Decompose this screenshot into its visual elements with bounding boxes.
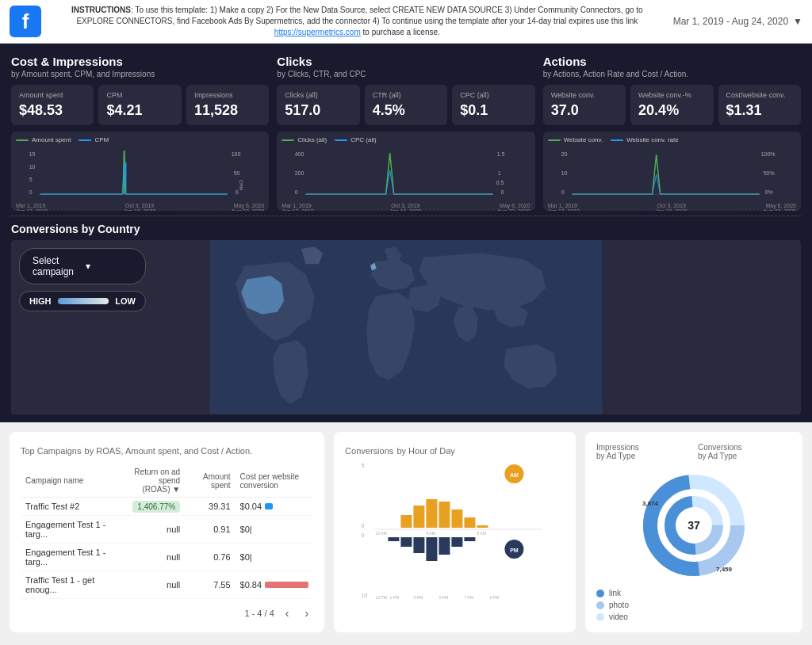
svg-text:100: 100 (232, 151, 241, 157)
actions-cards: Website conv. 37.0 Website conv.-% 20.4%… (543, 85, 801, 125)
adtype-legend: link photo video (596, 589, 791, 621)
impressions-adtype-title: Impressions by Ad Type (596, 443, 690, 460)
actions-chart: Website conv. Website conv. rate 20 10 0… (543, 132, 801, 211)
svg-text:7 PM: 7 PM (465, 595, 474, 600)
svg-rect-58 (465, 537, 476, 541)
legend-photo: photo (596, 601, 791, 609)
donut-chart-container: 37 3,874 7,459 (596, 467, 791, 584)
cost-impressions-chart: Amount spent CPM 15 10 5 0 100 50 0 (11, 132, 269, 211)
clicks-all-card: Clicks (all) 517.0 (277, 85, 359, 125)
cost-bar: $0.84 (240, 580, 309, 590)
amount-spent-cell: 0.91 (185, 516, 235, 544)
legend-amount-spent: Amount spent (16, 136, 71, 143)
actions-svg: 20 10 0 100% 50% 0% (548, 147, 796, 198)
heatmap-bar: HIGH LOW (19, 291, 146, 311)
svg-rect-53 (401, 537, 412, 547)
top-banner: f INSTRUCTIONS: To use this template: 1)… (0, 0, 812, 44)
svg-text:0: 0 (295, 189, 298, 195)
link-color-dot (596, 590, 604, 597)
cost-impressions-legend: Amount spent CPM (16, 136, 264, 143)
cpm-card: CPM $4.21 (98, 85, 181, 125)
amount-spent-card: Amount spent $48.53 (11, 85, 94, 125)
cost-impressions-title: Cost & Impressions (11, 55, 269, 68)
facebook-logo: f (10, 6, 41, 37)
instructions-text: INSTRUCTIONS: To use this template: 1) M… (41, 5, 673, 38)
adtype-panel: Impressions by Ad Type Conversions by Ad… (585, 432, 802, 632)
photo-color-dot (596, 601, 604, 609)
legend-cpc: CPC (all) (335, 136, 376, 143)
clicks-title: Clicks (277, 55, 534, 68)
metrics-section: Cost & Impressions by Amount spent, CPM,… (0, 44, 812, 216)
svg-rect-38 (427, 499, 438, 528)
table-row: Engagement Test 1 - targ... null 0.91 $0… (21, 516, 313, 544)
svg-rect-37 (414, 506, 425, 528)
svg-text:PM: PM (510, 548, 519, 553)
cost-impressions-cards: Amount spent $48.53 CPM $4.21 Impression… (11, 85, 269, 125)
heatmap-low-label: LOW (115, 296, 136, 306)
svg-rect-54 (414, 537, 425, 553)
svg-text:5: 5 (362, 463, 365, 468)
clicks-legend: Clicks (all) CPC (all) (282, 136, 530, 143)
svg-text:20: 20 (561, 151, 567, 157)
svg-text:12 AM: 12 AM (376, 531, 387, 536)
website-conv-pct-value: 20.4% (638, 102, 705, 119)
roas-badge: 1,406.77% (132, 501, 180, 513)
col-amount-spent: Amount spent (185, 464, 235, 498)
impressions-value: 11,528 (194, 102, 261, 119)
cost-chart-labels: Mar 1, 2019Oct 3, 2019May 6, 2020 (16, 203, 264, 208)
cost-website-conv-label: Cost/website conv. (726, 91, 793, 99)
cost-bar: $0.04 (240, 502, 309, 511)
next-page-button[interactable]: › (300, 605, 313, 621)
heatmap-high-label: HIGH (29, 296, 52, 306)
campaign-name-cell: Traffic Test #2 (21, 498, 114, 516)
svg-text:10: 10 (362, 593, 368, 598)
cost-cell: $0.04 (236, 498, 314, 516)
svg-rect-36 (401, 515, 412, 528)
cost-website-conv-value: $1.31 (726, 102, 793, 119)
campaign-select-label: Select campaign (33, 255, 79, 277)
legend-clicks: Clicks (all) (282, 136, 327, 143)
pagination-info: 1 - 4 / 4 (244, 609, 274, 618)
conversions-adtype-title: Conversions by Ad Type (698, 443, 791, 460)
svg-text:15: 15 (29, 151, 36, 157)
amount-spent-cell: 0.76 (185, 544, 235, 571)
conversions-by-hour-panel: Conversions by Hour of Day 5 0 0 10 AM (334, 432, 576, 632)
prev-page-button[interactable]: ‹ (281, 605, 294, 621)
actions-legend: Website conv. Website conv. rate (548, 136, 796, 143)
top-campaigns-panel: Top Campaigns by ROAS, Amount spent, and… (10, 432, 324, 632)
clicks-chart: Clicks (all) CPC (all) 400 200 0 1.5 1 0… (277, 132, 534, 211)
legend-cpm: CPM (79, 136, 109, 143)
col-campaign-name: Campaign name (21, 464, 114, 498)
actions-chart-labels2: Jun 17, 2019Jan 19, 2020Aug 22, 2020 (548, 208, 796, 211)
clicks-chart-labels2: Jun 17, 2019Jan 19, 2020Aug 22, 2020 (282, 208, 530, 211)
impressions-card: Impressions 11,528 (186, 85, 269, 125)
svg-text:9 PM: 9 PM (490, 595, 500, 600)
svg-text:0: 0 (561, 189, 564, 195)
svg-text:0: 0 (29, 189, 33, 195)
date-range[interactable]: Mar 1, 2019 - Aug 24, 2020 ▼ (673, 16, 802, 27)
cost-impressions-subtitle: by Amount spent, CPM, and Impressions (11, 70, 269, 78)
hours-chart: 5 0 0 10 AM (345, 458, 565, 601)
svg-rect-39 (439, 502, 450, 528)
top-campaigns-title: Top Campaigns by ROAS, Amount spent, and… (21, 443, 313, 456)
amount-spent-cell: 7.55 (185, 571, 235, 599)
website-conv-value: 37.0 (551, 102, 618, 119)
ctr-value: 4.5% (373, 102, 439, 119)
campaign-select-dropdown[interactable]: Select campaign ▾ (19, 248, 146, 284)
ctr-label: CTR (all) (373, 91, 439, 99)
cpc-card: CPC (all) $0.1 (452, 85, 534, 125)
table-row: Engagement Test 1 - targ... null 0.76 $0… (21, 544, 313, 571)
cost-bar-fill (265, 503, 273, 510)
hours-panel-subtitle: by Hour of Day (396, 446, 454, 456)
col-roas: Return on ad spend(ROAS) ▼ (114, 464, 185, 498)
video-label: video (609, 613, 628, 621)
roas-cell: null (114, 571, 185, 599)
top-campaigns-subtitle: by ROAS, Amount spent, and Cost / Action… (85, 446, 253, 456)
svg-rect-56 (439, 537, 450, 555)
svg-text:400: 400 (295, 151, 304, 157)
svg-text:1: 1 (498, 170, 501, 176)
hours-chart-svg: 5 0 0 10 AM (345, 458, 565, 601)
impressions-label: Impressions (194, 91, 261, 99)
campaigns-table: Campaign name Return on ad spend(ROAS) ▼… (21, 464, 313, 599)
svg-text:0: 0 (501, 189, 504, 195)
